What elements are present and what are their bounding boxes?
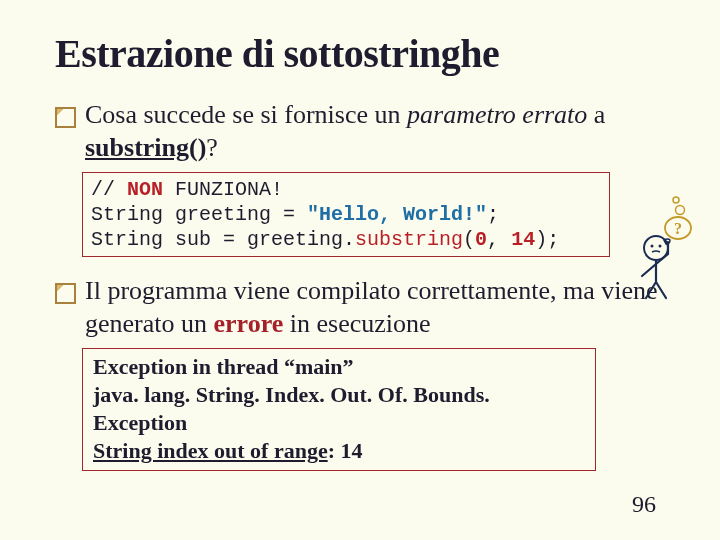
bullet-1-text: Cosa succede se si fornisce un parametro… [85, 99, 665, 164]
svg-point-0 [673, 197, 679, 203]
bullet-icon [55, 107, 76, 128]
svg-point-5 [651, 245, 654, 248]
code-box-1: // NON FUNZIONA! String greeting = "Hell… [82, 172, 610, 257]
bullet-2-text: Il programma viene compilato correttamen… [85, 275, 665, 340]
slide-title: Estrazione di sottostringhe [55, 30, 665, 77]
thinking-person-icon: ? [628, 190, 698, 300]
svg-text:?: ? [674, 220, 682, 237]
svg-point-1 [676, 206, 685, 215]
svg-point-6 [659, 245, 662, 248]
bullet-2: Il programma viene compilato correttamen… [55, 275, 665, 340]
bullet-1: Cosa succede se si fornisce un parametro… [55, 99, 665, 164]
bullet-icon [55, 283, 76, 304]
exception-box: Exception in thread “main” java. lang. S… [82, 348, 596, 471]
page-number: 96 [632, 491, 656, 518]
